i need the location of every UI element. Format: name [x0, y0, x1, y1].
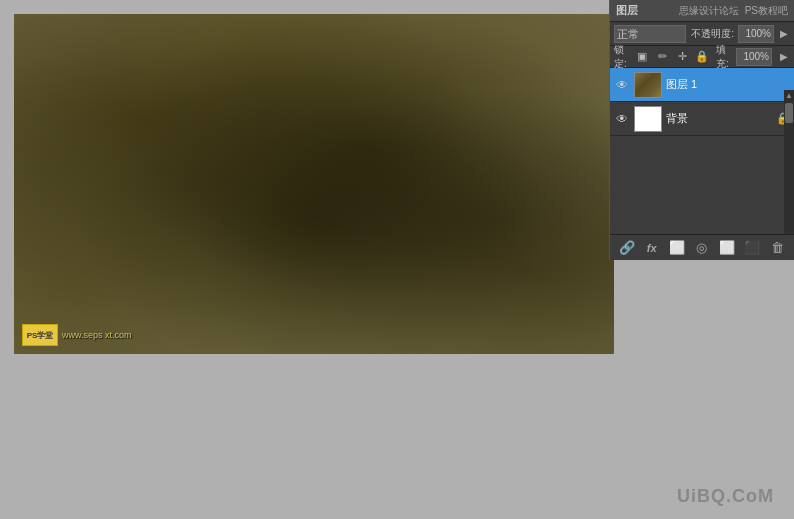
layer-2-eye[interactable]: 👁	[614, 111, 630, 127]
fill-input[interactable]	[736, 48, 772, 66]
fx-btn[interactable]: fx	[642, 238, 662, 258]
layer-2-name: 背景	[666, 111, 772, 126]
new-layer-btn[interactable]: ⬛	[742, 238, 762, 258]
lock-all-btn[interactable]: 🔒	[694, 49, 710, 65]
layer-2-thumb-white	[635, 107, 661, 131]
opacity-input[interactable]	[738, 25, 774, 43]
panel-title-bar: 图层 思缘设计论坛 PS教程吧	[610, 0, 794, 22]
watermark-logo: PS学堂	[22, 324, 58, 346]
delete-layer-btn[interactable]: 🗑	[767, 238, 787, 258]
scroll-track	[785, 101, 793, 234]
lock-move-btn[interactable]: ✛	[674, 49, 690, 65]
canvas-area: PS学堂 www.seps xt.com	[14, 14, 614, 354]
layers-panel: 图层 思缘设计论坛 PS教程吧 正常 溶解 正片叠底 不透明度: ▶ 锁定: ▣…	[609, 0, 794, 260]
layer-1-thumb	[634, 72, 662, 98]
lock-paint-btn[interactable]: ✏	[654, 49, 670, 65]
link-layers-btn[interactable]: 🔗	[617, 238, 637, 258]
scroll-thumb[interactable]	[785, 103, 793, 123]
layer-item-1[interactable]: 👁 图层 1	[610, 68, 794, 102]
blend-mode-select[interactable]: 正常 溶解 正片叠底	[614, 25, 686, 43]
canvas-texture	[14, 14, 614, 354]
panel-scrollbar[interactable]: ▲ ▼	[784, 90, 794, 234]
layer-2-thumb	[634, 106, 662, 132]
layer-1-thumb-texture	[635, 73, 661, 97]
opacity-arrow[interactable]: ▶	[778, 28, 790, 39]
panel-tab-1[interactable]: 思缘设计论坛	[679, 4, 739, 18]
watermark: PS学堂 www.seps xt.com	[22, 324, 132, 346]
panel-tab-2[interactable]: PS教程吧	[745, 4, 788, 18]
layer-item-2[interactable]: 👁 背景 🔒	[610, 102, 794, 136]
lock-icons: ▣ ✏ ✛ 🔒	[634, 49, 710, 65]
lock-row: 锁定: ▣ ✏ ✛ 🔒 填充: ▶	[610, 46, 794, 68]
fill-arrow[interactable]: ▶	[778, 51, 790, 62]
opacity-label: 不透明度:	[691, 27, 734, 41]
watermark-url: www.seps xt.com	[62, 330, 132, 340]
panel-tabs: 思缘设计论坛 PS教程吧	[679, 4, 788, 18]
mask-btn[interactable]: ⬜	[667, 238, 687, 258]
group-btn[interactable]: ⬜	[717, 238, 737, 258]
layers-list: 👁 图层 1 👁 背景 🔒 ▲ ▼	[610, 68, 794, 234]
bottom-brand: UiBQ.CoM	[677, 486, 774, 507]
panel-title: 图层	[616, 3, 638, 18]
lock-label: 锁定:	[614, 43, 628, 71]
adjustment-btn[interactable]: ◎	[692, 238, 712, 258]
fill-label: 填充:	[716, 43, 730, 71]
blend-mode-row: 正常 溶解 正片叠底 不透明度: ▶	[610, 22, 794, 46]
scroll-up-arrow[interactable]: ▲	[785, 91, 793, 101]
lock-transparent-btn[interactable]: ▣	[634, 49, 650, 65]
layer-1-name: 图层 1	[666, 77, 790, 92]
layers-toolbar: 🔗 fx ⬜ ◎ ⬜ ⬛ 🗑	[610, 234, 794, 260]
layer-1-eye[interactable]: 👁	[614, 77, 630, 93]
